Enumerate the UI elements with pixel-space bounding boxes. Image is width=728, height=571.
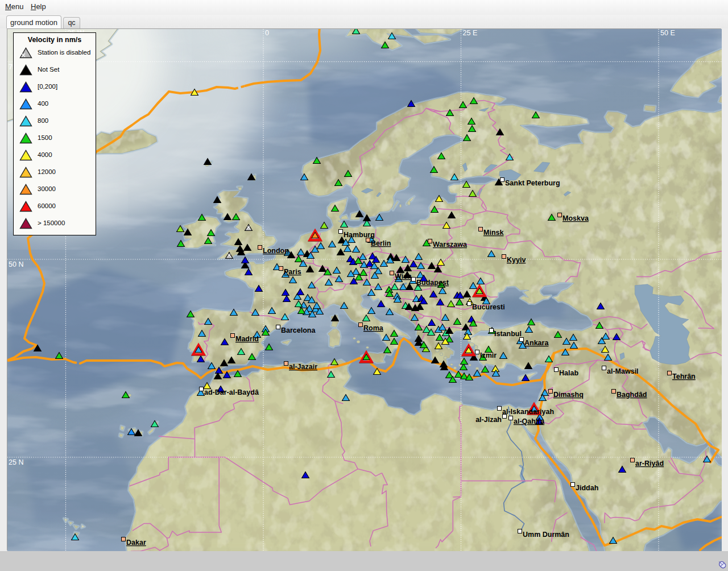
svg-text:Umm Durmân: Umm Durmân [523,531,569,539]
svg-text:al-Iskandariyah: al-Iskandariyah [502,408,554,416]
svg-text:Hamburg: Hamburg [344,231,375,239]
svg-text:Izmir: Izmir [480,351,497,359]
svg-text:25 N: 25 N [9,458,23,466]
svg-text:50 E: 50 E [660,29,675,37]
svg-text:Moskva: Moskva [562,214,589,222]
svg-text:Bucuresti: Bucuresti [472,303,505,311]
svg-text:Berlin: Berlin [371,239,391,247]
svg-text:Barcelona: Barcelona [281,326,316,334]
svg-text:Minsk: Minsk [483,229,503,237]
svg-text:London: London [263,247,289,255]
svg-text:al-Qahira: al-Qahira [514,417,545,425]
svg-text:Dimashq: Dimashq [553,391,584,399]
svg-text:Istanbul: Istanbul [494,330,522,338]
svg-text:Halab: Halab [559,369,578,377]
svg-text:Ankara: Ankara [524,339,549,347]
svg-text:Sankt Peterburg: Sankt Peterburg [505,179,560,187]
svg-text:25 E: 25 E [463,29,478,37]
svg-text:al-Jîzah: al-Jîzah [475,416,502,424]
svg-text:ad-Dar-al-Baydâ: ad-Dar-al-Baydâ [204,388,259,396]
svg-text:ar-Riyâd: ar-Riyâd [635,460,664,467]
svg-text:Paris: Paris [284,268,301,276]
svg-text:Tehrân: Tehrân [672,373,696,380]
svg-text:al-Jazair: al-Jazair [289,363,317,371]
svg-text:Budapest: Budapest [416,279,449,287]
svg-text:Dakar: Dakar [126,539,146,547]
svg-text:Kyyiv: Kyyiv [507,256,526,264]
svg-text:Jiddah: Jiddah [576,484,598,492]
svg-text:Roma: Roma [363,324,384,332]
svg-text:Madrid: Madrid [235,335,259,343]
svg-text:0: 0 [265,29,269,37]
svg-text:Baghdâd: Baghdâd [617,391,647,399]
svg-text:50 N: 50 N [9,260,23,268]
svg-text:Warszawa: Warszawa [433,241,468,249]
svg-text:al-Mawsil: al-Mawsil [607,367,639,375]
svg-text:Wien: Wien [395,272,412,280]
